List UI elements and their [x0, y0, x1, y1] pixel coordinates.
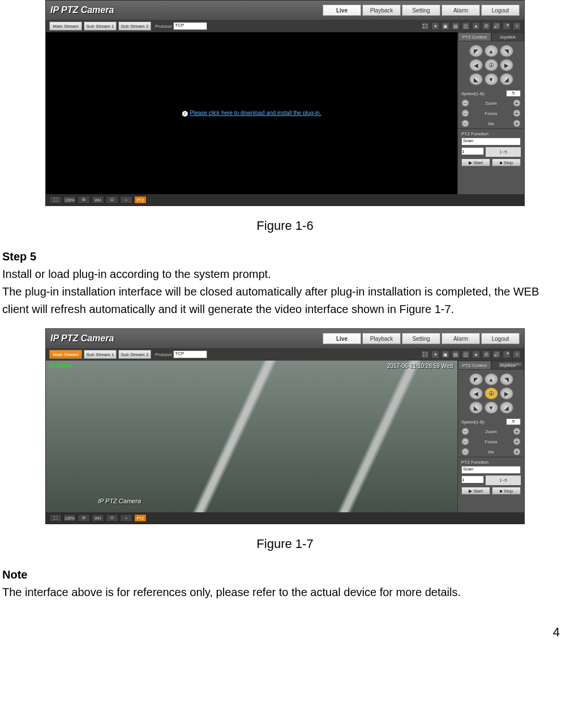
snapshot-icon-2[interactable]: ▣: [442, 350, 449, 358]
footer-100pct-button[interactable]: 100%: [63, 196, 76, 204]
footer-ptz-button[interactable]: PTZ: [134, 196, 147, 204]
ptz-up-icon-2[interactable]: ▲: [485, 373, 498, 386]
stream-sub1[interactable]: Sub Stream 1: [84, 22, 117, 31]
help-icon-2[interactable]: ?: [513, 350, 521, 358]
nav-tab-playback-2[interactable]: Playback: [362, 333, 401, 344]
zoom-in-button[interactable]: +: [513, 99, 521, 107]
fullscreen-icon-2[interactable]: ⛶: [421, 350, 429, 358]
iris-open-button[interactable]: +: [513, 119, 521, 127]
ptz-function-select[interactable]: Scan: [461, 138, 521, 145]
nav-tab-setting-2[interactable]: Setting: [402, 333, 440, 344]
footer-wh-button[interactable]: WH: [92, 196, 104, 204]
protocol-select[interactable]: TCP: [173, 22, 207, 30]
zoom-out-button[interactable]: −: [461, 99, 469, 107]
ptz-preset-input-2[interactable]: [461, 476, 484, 483]
footer-wh-button-2[interactable]: WH: [92, 514, 104, 522]
mic-icon-2[interactable]: 🎤: [503, 350, 511, 358]
nav-tab-setting[interactable]: Setting: [402, 5, 440, 16]
iris-open-button-2[interactable]: +: [513, 448, 521, 456]
ptz-down-right-icon[interactable]: ◢: [500, 73, 513, 85]
ptz-left-icon[interactable]: ◀: [469, 59, 483, 71]
stream-main-2[interactable]: Main Stream: [49, 350, 82, 359]
ptz-down-left-icon-2[interactable]: ◣: [469, 401, 483, 414]
ptz-left-icon-2[interactable]: ◀: [469, 387, 483, 400]
plugin-download-link[interactable]: Please click here to download and instal…: [190, 110, 321, 116]
ptz-preset-input[interactable]: [461, 147, 484, 155]
zoom-area-icon-2[interactable]: ◫: [462, 350, 470, 358]
footer-full-icon-2[interactable]: ⊡: [106, 514, 118, 522]
nav-tab-alarm[interactable]: Alarm: [442, 5, 480, 16]
record-icon[interactable]: ●: [472, 22, 480, 30]
nav-tab-alarm-2[interactable]: Alarm: [442, 333, 480, 344]
ptz-center-icon-2[interactable]: ⦿: [485, 387, 498, 400]
footer-plus-icon[interactable]: +: [120, 196, 132, 204]
nav-tab-playback[interactable]: Playback: [362, 5, 401, 16]
ptz-function-select-2[interactable]: Scan: [461, 466, 521, 474]
footer-ptz-button-2[interactable]: PTZ: [134, 514, 147, 522]
iris-close-button-2[interactable]: −: [461, 448, 469, 456]
mic-icon[interactable]: 🎤: [503, 22, 511, 30]
ptz-speed-select-2[interactable]: 5: [506, 418, 521, 425]
footer-full-icon[interactable]: ⊡: [106, 196, 118, 204]
nav-tab-logout[interactable]: Logout: [481, 5, 520, 16]
zoom-out-button-2[interactable]: −: [461, 427, 469, 435]
ptz-tab-control[interactable]: PTZ Control: [458, 32, 491, 41]
ptz-up-left-icon-2[interactable]: ◤: [469, 373, 483, 386]
triple-snap-icon-2[interactable]: ▤: [452, 350, 460, 358]
step-5-line-2: The plug-in installation interface will …: [2, 283, 568, 318]
ptz-stop-button-2[interactable]: ■ Stop: [492, 487, 521, 495]
focus-near-button[interactable]: −: [461, 109, 469, 117]
ptz-right-icon[interactable]: ▶: [500, 59, 513, 71]
nav-tab-logout-2[interactable]: Logout: [481, 333, 520, 344]
record-icon-2[interactable]: ●: [472, 350, 480, 358]
zoom-label: Zoom: [472, 101, 511, 106]
talk-icon-2[interactable]: ✆: [482, 350, 490, 358]
iris-close-button[interactable]: −: [461, 119, 469, 127]
ptz-stop-button[interactable]: ■ Stop: [492, 159, 521, 166]
ptz-start-button[interactable]: ▶ Start: [461, 159, 490, 166]
ptz-right-icon-2[interactable]: ▶: [500, 387, 513, 400]
fullscreen-icon[interactable]: ⛶: [421, 22, 429, 30]
focus-far-button-2[interactable]: +: [513, 438, 521, 446]
stream-sub1-2[interactable]: Sub Stream 1: [84, 350, 117, 359]
stream-sub2-2[interactable]: Sub Stream 2: [118, 350, 151, 359]
zoom-in-button-2[interactable]: +: [513, 427, 521, 435]
ptz-tab-joystick[interactable]: Joystick: [491, 32, 525, 41]
nav-tab-live-2[interactable]: Live: [323, 333, 361, 344]
ptz-preset-range: 1~5: [486, 147, 521, 157]
help-icon[interactable]: ?: [513, 22, 521, 30]
snapshot-icon[interactable]: ▣: [442, 22, 449, 30]
footer-fit-icon[interactable]: ⛶: [49, 196, 62, 204]
zoom-area-icon[interactable]: ◫: [462, 22, 470, 30]
ptz-down-icon-2[interactable]: ▼: [485, 401, 498, 414]
ptz-down-right-icon-2[interactable]: ◢: [500, 401, 513, 414]
footer-original-icon[interactable]: ⊞: [78, 196, 90, 204]
ptz-up-right-icon[interactable]: ◥: [500, 45, 513, 57]
audio-icon-2[interactable]: 🔊: [492, 350, 500, 358]
step-5-line-1: Install or load plug-in according to the…: [2, 265, 568, 283]
ptz-up-right-icon-2[interactable]: ◥: [500, 373, 513, 386]
ptz-tab-control-2[interactable]: PTZ Control: [458, 361, 491, 370]
talk-icon[interactable]: ✆: [482, 22, 490, 30]
nav-tab-live[interactable]: Live: [323, 5, 361, 16]
ptz-speed-select[interactable]: 5: [506, 90, 521, 97]
audio-icon[interactable]: 🔊: [492, 22, 500, 30]
adjust-icon[interactable]: ✦: [431, 22, 439, 30]
stream-sub2[interactable]: Sub Stream 2: [118, 22, 151, 31]
ptz-down-icon[interactable]: ▼: [485, 73, 498, 85]
ptz-center-icon[interactable]: ⦿: [485, 59, 498, 71]
focus-far-button[interactable]: +: [513, 109, 521, 117]
ptz-down-left-icon[interactable]: ◣: [469, 73, 483, 85]
focus-near-button-2[interactable]: −: [461, 438, 469, 446]
triple-snap-icon[interactable]: ▤: [452, 22, 460, 30]
footer-original-icon-2[interactable]: ⊞: [78, 514, 90, 522]
footer-100pct-button-2[interactable]: 100%: [63, 514, 76, 522]
footer-plus-icon-2[interactable]: +: [120, 514, 132, 522]
footer-fit-icon-2[interactable]: ⛶: [49, 514, 62, 522]
ptz-start-button-2[interactable]: ▶ Start: [461, 487, 490, 495]
ptz-up-icon[interactable]: ▲: [485, 45, 498, 57]
ptz-up-left-icon[interactable]: ◤: [469, 45, 483, 57]
protocol-select-2[interactable]: TCP: [173, 350, 207, 358]
adjust-icon-2[interactable]: ✦: [431, 350, 439, 358]
stream-main[interactable]: Main Stream: [49, 22, 82, 31]
